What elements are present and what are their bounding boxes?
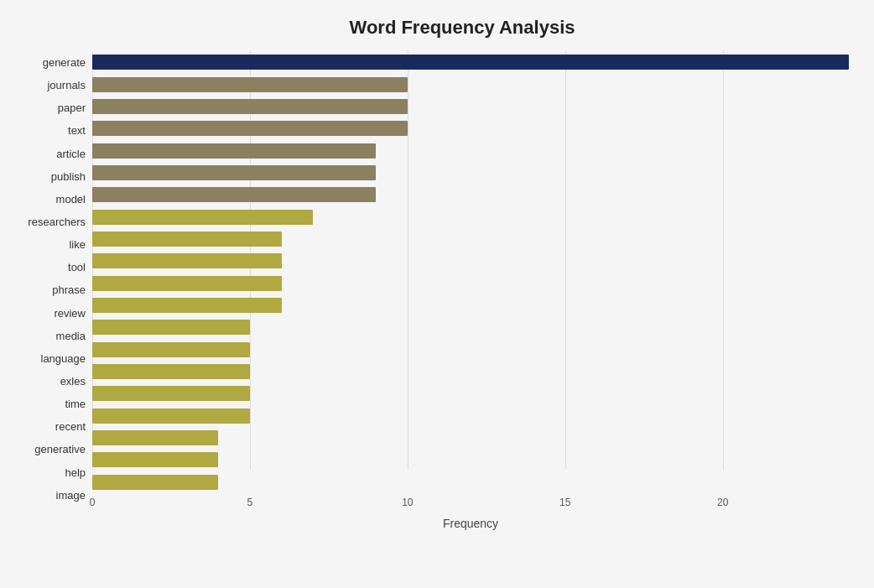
bar — [92, 320, 250, 335]
x-tick: 15 — [559, 497, 570, 508]
y-axis: generatejournalspapertextarticlepublishm… — [8, 51, 92, 530]
bar — [92, 210, 313, 225]
y-label: like — [69, 239, 86, 250]
bar-row — [92, 362, 849, 381]
bar-row — [92, 185, 849, 204]
y-label: article — [56, 148, 86, 159]
bar — [92, 253, 282, 268]
x-tick: 5 — [247, 497, 253, 508]
plot-area: 05101520 Frequency — [92, 51, 849, 530]
y-label: help — [65, 467, 86, 478]
bar — [92, 55, 849, 70]
bar — [92, 121, 408, 136]
x-axis-label: Frequency — [92, 517, 849, 530]
bar-row — [92, 164, 849, 182]
bar-row — [92, 230, 849, 248]
y-label: generative — [34, 444, 86, 455]
bar-row — [92, 473, 849, 492]
bar-row — [92, 97, 849, 116]
chart-container: Word Frequency Analysis generatejournals… — [0, 0, 874, 588]
y-label: phrase — [52, 284, 86, 295]
bar — [92, 298, 282, 313]
y-label: paper — [58, 102, 86, 113]
bar-row — [92, 274, 849, 293]
bar-row — [92, 252, 849, 270]
chart-title: Word Frequency Analysis — [8, 17, 849, 39]
bar-row — [92, 407, 849, 425]
y-label: model — [56, 194, 86, 205]
y-label: exles — [60, 376, 86, 387]
bar — [92, 342, 250, 357]
bar-row — [92, 208, 849, 226]
bar — [92, 77, 408, 92]
chart-area: generatejournalspapertextarticlepublishm… — [8, 51, 849, 530]
bar — [92, 408, 250, 424]
y-label: text — [68, 125, 86, 136]
y-label: review — [54, 308, 86, 319]
bar-row — [92, 384, 849, 403]
bar — [92, 165, 376, 180]
bar — [92, 475, 218, 490]
x-tick: 0 — [90, 497, 96, 508]
bar — [92, 364, 250, 379]
y-label: researchers — [28, 216, 86, 227]
bar — [92, 386, 250, 401]
bar-row — [92, 119, 849, 138]
bar — [92, 99, 408, 114]
bar — [92, 276, 282, 291]
x-axis: 05101520 — [92, 493, 849, 510]
bar — [92, 187, 376, 202]
y-label: image — [56, 490, 86, 501]
x-tick: 20 — [717, 497, 728, 508]
y-label: tool — [68, 262, 86, 273]
bar-row — [92, 75, 849, 94]
bars-wrapper — [92, 51, 849, 493]
y-label: generate — [43, 57, 86, 68]
bar-row — [92, 450, 849, 469]
bar-row — [92, 53, 849, 71]
bar-row — [92, 341, 849, 359]
y-label: recent — [55, 421, 86, 432]
bar — [92, 430, 218, 445]
bar — [92, 232, 282, 247]
bar — [92, 452, 218, 467]
bar-row — [92, 296, 849, 315]
bar-row — [92, 318, 849, 336]
y-label: publish — [51, 171, 86, 182]
y-label: time — [65, 398, 86, 409]
bar-row — [92, 429, 849, 447]
y-label: journals — [47, 80, 86, 91]
y-label: media — [56, 330, 86, 341]
y-label: language — [41, 353, 86, 364]
bar-row — [92, 142, 849, 160]
bar — [92, 143, 376, 159]
x-tick: 10 — [402, 497, 413, 508]
